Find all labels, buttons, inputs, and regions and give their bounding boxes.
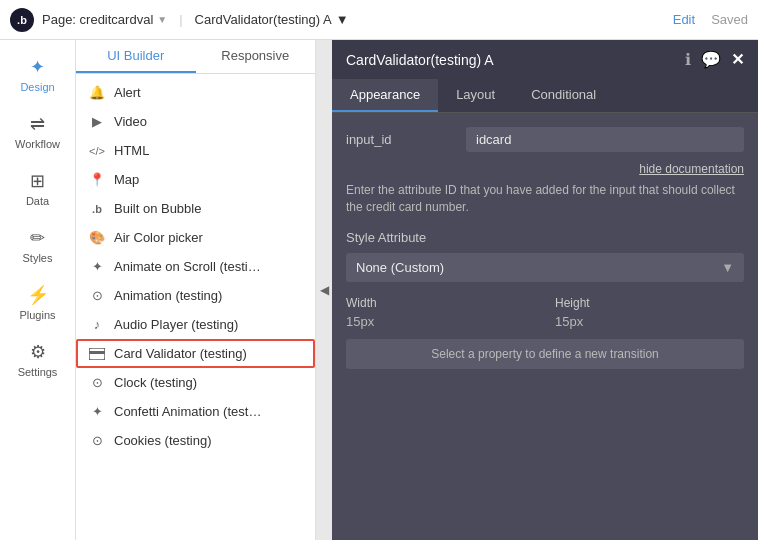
card-selector[interactable]: CardValidator(testing) A ▼ bbox=[195, 12, 349, 27]
edit-button[interactable]: Edit bbox=[673, 12, 695, 27]
comp-tabs: UI Builder Responsive bbox=[76, 40, 315, 74]
color-picker-icon: 🎨 bbox=[88, 230, 106, 245]
sidebar-item-styles[interactable]: ✏ Styles bbox=[0, 219, 75, 272]
comp-items: 🔔 Alert ▶ Video </> HTML 📍 Map .b Built … bbox=[76, 74, 315, 459]
collapse-arrow[interactable]: ◀ bbox=[316, 40, 332, 540]
animate-scroll-icon: ✦ bbox=[88, 259, 106, 274]
list-item[interactable]: ▶ Video bbox=[76, 107, 315, 136]
height-field: Height 15px bbox=[555, 296, 744, 329]
comment-icon[interactable]: 💬 bbox=[701, 50, 721, 69]
settings-icon: ⚙ bbox=[30, 341, 46, 363]
tab-responsive[interactable]: Responsive bbox=[196, 40, 316, 73]
html-icon: </> bbox=[88, 145, 106, 157]
cookies-icon: ⊙ bbox=[88, 433, 106, 448]
list-item[interactable]: ✦ Animate on Scroll (testi… bbox=[76, 252, 315, 281]
page-chevron-icon: ▼ bbox=[157, 14, 167, 25]
design-icon: ✦ bbox=[30, 56, 45, 78]
styles-icon: ✏ bbox=[30, 227, 45, 249]
tab-conditional[interactable]: Conditional bbox=[513, 79, 614, 112]
tab-ui-builder[interactable]: UI Builder bbox=[76, 40, 196, 73]
transition-hint[interactable]: Select a property to define a new transi… bbox=[346, 339, 744, 369]
panel-tabs: Appearance Layout Conditional bbox=[332, 79, 758, 113]
confetti-icon: ✦ bbox=[88, 404, 106, 419]
sidebar-item-workflow[interactable]: ⇌ Workflow bbox=[0, 105, 75, 158]
collapse-icon: ◀ bbox=[320, 283, 329, 297]
main-layout: ✦ Design ⇌ Workflow ⊞ Data ✏ Styles ⚡ Pl… bbox=[0, 40, 758, 540]
list-item[interactable]: ♪ Audio Player (testing) bbox=[76, 310, 315, 339]
animation-icon: ⊙ bbox=[88, 288, 106, 303]
bubble-icon: .b bbox=[88, 203, 106, 215]
list-item[interactable]: ✦ Confetti Animation (test… bbox=[76, 397, 315, 426]
alert-icon: 🔔 bbox=[88, 85, 106, 100]
saved-status: Saved bbox=[711, 12, 748, 27]
list-item[interactable]: 🔔 Alert bbox=[76, 78, 315, 107]
close-button[interactable]: ✕ bbox=[731, 50, 744, 69]
tab-layout[interactable]: Layout bbox=[438, 79, 513, 112]
sidebar-item-design[interactable]: ✦ Design bbox=[0, 48, 75, 101]
doc-description: Enter the attribute ID that you have add… bbox=[346, 182, 744, 216]
card-chevron-icon: ▼ bbox=[336, 12, 349, 27]
app-logo: .b bbox=[10, 8, 34, 32]
list-item[interactable]: ⊙ Animation (testing) bbox=[76, 281, 315, 310]
data-icon: ⊞ bbox=[30, 170, 45, 192]
panel-icons: ℹ 💬 ✕ bbox=[685, 50, 744, 69]
separator: | bbox=[179, 12, 182, 27]
topbar: .b Page: creditcardval ▼ | CardValidator… bbox=[0, 0, 758, 40]
component-list: UI Builder Responsive 🔔 Alert ▶ Video </… bbox=[76, 40, 316, 540]
sidebar-item-plugins[interactable]: ⚡ Plugins bbox=[0, 276, 75, 329]
list-item[interactable]: </> HTML bbox=[76, 136, 315, 165]
plugins-icon: ⚡ bbox=[27, 284, 49, 306]
list-item-card-validator[interactable]: Card Validator (testing) bbox=[76, 339, 315, 368]
style-attr-label: Style Attribute bbox=[346, 230, 744, 245]
video-icon: ▶ bbox=[88, 114, 106, 129]
panel-header: CardValidator(testing) A ℹ 💬 ✕ bbox=[332, 40, 758, 79]
list-item[interactable]: ⊙ Cookies (testing) bbox=[76, 426, 315, 455]
panel-body: input_id idcard hide documentation Enter… bbox=[332, 113, 758, 540]
hide-doc-link[interactable]: hide documentation bbox=[346, 162, 744, 176]
list-item[interactable]: .b Built on Bubble bbox=[76, 194, 315, 223]
info-icon[interactable]: ℹ bbox=[685, 50, 691, 69]
list-item[interactable]: ⊙ Clock (testing) bbox=[76, 368, 315, 397]
properties-panel: CardValidator(testing) A ℹ 💬 ✕ Appearanc… bbox=[332, 40, 758, 540]
sidebar-item-settings[interactable]: ⚙ Settings bbox=[0, 333, 75, 386]
list-item[interactable]: 📍 Map bbox=[76, 165, 315, 194]
height-label: Height bbox=[555, 296, 744, 310]
height-value[interactable]: 15px bbox=[555, 314, 744, 329]
clock-icon: ⊙ bbox=[88, 375, 106, 390]
input-id-label: input_id bbox=[346, 132, 466, 147]
list-item[interactable]: 🎨 Air Color picker bbox=[76, 223, 315, 252]
panel-title: CardValidator(testing) A bbox=[346, 52, 494, 68]
left-sidebar: ✦ Design ⇌ Workflow ⊞ Data ✏ Styles ⚡ Pl… bbox=[0, 40, 76, 540]
card-validator-icon bbox=[88, 348, 106, 360]
topbar-actions: Edit Saved bbox=[673, 12, 748, 27]
workflow-icon: ⇌ bbox=[30, 113, 45, 135]
page-selector[interactable]: Page: creditcardval ▼ bbox=[42, 12, 167, 27]
svg-rect-1 bbox=[89, 351, 105, 354]
width-value[interactable]: 15px bbox=[346, 314, 535, 329]
width-label: Width bbox=[346, 296, 535, 310]
input-id-value[interactable]: idcard bbox=[466, 127, 744, 152]
audio-player-icon: ♪ bbox=[88, 317, 106, 332]
map-icon: 📍 bbox=[88, 172, 106, 187]
sidebar-item-data[interactable]: ⊞ Data bbox=[0, 162, 75, 215]
style-attr-select[interactable]: None (Custom) ▼ bbox=[346, 253, 744, 282]
input-id-row: input_id idcard bbox=[346, 127, 744, 152]
select-chevron-icon: ▼ bbox=[721, 260, 734, 275]
width-field: Width 15px bbox=[346, 296, 535, 329]
tab-appearance[interactable]: Appearance bbox=[332, 79, 438, 112]
dimensions-row: Width 15px Height 15px bbox=[346, 296, 744, 329]
